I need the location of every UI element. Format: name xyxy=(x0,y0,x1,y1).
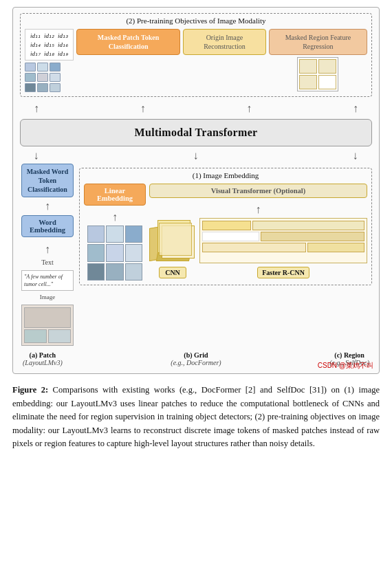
arrow-down-1: ↑ xyxy=(34,151,39,162)
patch-cell xyxy=(87,226,105,243)
id-grid-container: id₁₁ id₁₂ id₁₃ id₁₄ id₁₅ id₁₆ id₁₇ id₁₈ … xyxy=(25,29,74,92)
embed-inner-row: Linear Embedding ↑ xyxy=(84,184,367,280)
arrow-down-3: ↑ xyxy=(353,151,358,162)
id-cell: id₁₁ xyxy=(29,32,42,40)
left-column: Masked Word Token Classification ↑ Word … xyxy=(20,164,75,346)
linear-embed-col: Linear Embedding ↑ xyxy=(84,184,146,280)
patch-cell xyxy=(125,244,142,261)
region-row xyxy=(202,221,364,230)
page-wrapper: (2) Pre-training Objectives of Image Mod… xyxy=(0,0,392,463)
figure-caption: Figure 2: Comparisons with existing work… xyxy=(12,384,380,450)
text-preview: "A few number of tumor cell..." xyxy=(21,270,74,291)
arrow-up-1: ↑ xyxy=(34,103,39,114)
arrow-up-word: ↑ xyxy=(45,201,50,212)
cnn-label: CNN xyxy=(159,267,186,278)
id-cell: id₁₂ xyxy=(43,32,56,40)
arrow-up-3: ↑ xyxy=(246,103,252,114)
patch-cell xyxy=(106,226,123,243)
masked-region-container: Masked Region Feature Regression xyxy=(269,29,367,91)
lower-diagram-row: Masked Word Token Classification ↑ Word … xyxy=(20,164,372,346)
cube-3d xyxy=(149,220,196,265)
doc-image-thumb xyxy=(21,305,74,346)
pretrain-objectives-box: (2) Pre-training Objectives of Image Mod… xyxy=(20,13,372,97)
arrow-linear: ↑ xyxy=(112,212,118,223)
arrow-down-2: ↑ xyxy=(193,151,199,162)
diagram-area: (2) Pre-training Objectives of Image Mod… xyxy=(12,7,380,374)
region-row xyxy=(202,243,364,252)
region-doc xyxy=(199,218,367,263)
arrow-vt: ↑ xyxy=(149,204,367,215)
patch-cell xyxy=(87,263,105,280)
id-cell: id₁₉ xyxy=(56,50,69,58)
caption-grid: (b) Grid (e.g., DocFormer) xyxy=(171,351,221,366)
arrow-up-word2: ↑ xyxy=(45,244,50,255)
linear-embed-box: Linear Embedding xyxy=(84,184,146,206)
image-label: Image xyxy=(40,294,56,300)
cnn-container: CNN xyxy=(149,220,196,278)
id-cell: id₁₆ xyxy=(56,41,69,49)
transformer-box: Multimodal Transformer xyxy=(20,119,372,146)
id-cell: id₁₇ xyxy=(29,50,42,58)
patch-cell xyxy=(125,263,142,280)
watermark: CSDN @菜鸡不叫 xyxy=(318,361,373,371)
arrow-up-2: ↑ xyxy=(140,103,146,114)
caption-patch: (a) Patch (LayoutLMv3) xyxy=(23,351,63,366)
patch-cell xyxy=(87,244,105,261)
text-label: Text xyxy=(41,258,54,266)
pretrain-title: (2) Pre-training Objectives of Image Mod… xyxy=(25,16,367,25)
patch-cell xyxy=(106,263,123,280)
id-cell: id₁₅ xyxy=(43,41,56,49)
id-cell: id₁₈ xyxy=(43,50,56,58)
down-arrows-row: ↑ ↑ ↑ xyxy=(20,151,372,163)
up-arrows-row: ↑ ↑ ↑ ↑ xyxy=(20,102,372,115)
embed-title: (1) Image Embedding xyxy=(84,171,367,179)
patch-cell xyxy=(125,226,142,243)
region-thumb xyxy=(297,57,338,91)
masked-patch-box: Masked Patch Token Classification xyxy=(76,29,180,55)
origin-image-box: Origin Image Reconstruction xyxy=(183,29,266,55)
faster-rcnn-container: Faster R-CNN xyxy=(199,218,367,278)
arrow-up-4: ↑ xyxy=(353,103,358,114)
id-grid: id₁₁ id₁₂ id₁₃ id₁₄ id₁₅ id₁₆ id₁₇ id₁₈ … xyxy=(25,29,74,60)
masked-region-box: Masked Region Feature Regression xyxy=(269,29,367,55)
region-row xyxy=(202,232,364,241)
word-embed-box: Word Embedding xyxy=(21,215,74,237)
cnn-rcnn-row: CNN xyxy=(149,218,367,278)
pretrain-row: id₁₁ id₁₂ id₁₃ id₁₄ id₁₅ id₁₆ id₁₇ id₁₈ … xyxy=(25,29,367,92)
patch-grid xyxy=(87,226,142,280)
visual-transform-box: Visual Transformer (Optional) xyxy=(149,184,367,198)
faster-rcnn-label: Faster R-CNN xyxy=(257,267,309,278)
embed-box: (1) Image Embedding Linear Embedding ↑ xyxy=(79,168,372,285)
patch-cell xyxy=(106,244,123,261)
id-cell: id₁₃ xyxy=(56,32,69,40)
masked-word-box: Masked Word Token Classification xyxy=(21,164,74,197)
id-cell: id₁₄ xyxy=(29,41,42,49)
visual-transformer-col: Visual Transformer (Optional) ↑ xyxy=(149,184,367,278)
